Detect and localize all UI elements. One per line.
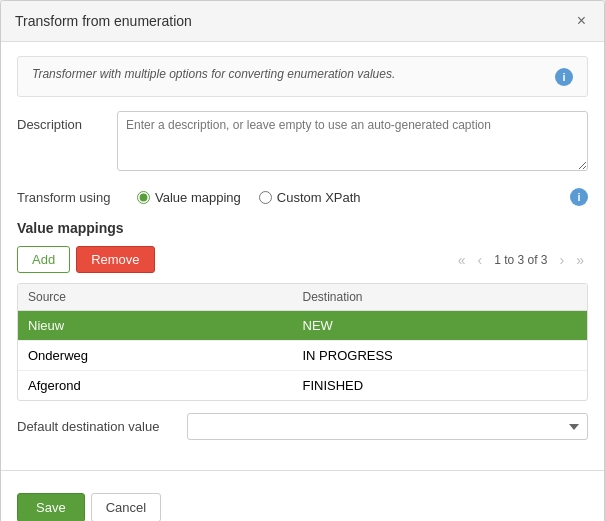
transform-using-label: Transform using — [17, 190, 117, 205]
dialog-footer: Save Cancel — [1, 483, 604, 521]
transform-info-icon: i — [570, 188, 588, 206]
info-box: Transformer with multiple options for co… — [17, 56, 588, 97]
transform-using-row: Transform using Value mapping Custom XPa… — [17, 188, 588, 206]
cancel-button[interactable]: Cancel — [91, 493, 161, 521]
cell-destination: NEW — [303, 318, 578, 333]
transform-dialog: Transform from enumeration × Transformer… — [0, 0, 605, 521]
radio-value-mapping[interactable]: Value mapping — [137, 190, 241, 205]
info-icon: i — [555, 68, 573, 86]
radio-value-mapping-input[interactable] — [137, 191, 150, 204]
default-destination-select[interactable] — [187, 413, 588, 440]
dialog-header: Transform from enumeration × — [1, 1, 604, 42]
cell-source: Afgerond — [28, 378, 303, 393]
next-page-button[interactable]: › — [556, 251, 569, 269]
default-destination-label: Default destination value — [17, 419, 177, 434]
radio-value-mapping-label: Value mapping — [155, 190, 241, 205]
cell-source: Nieuw — [28, 318, 303, 333]
dialog-body: Transformer with multiple options for co… — [1, 42, 604, 470]
first-page-button[interactable]: « — [454, 251, 470, 269]
table-body: Nieuw NEW Onderweg IN PROGRESS Afgerond … — [18, 311, 587, 400]
close-button[interactable]: × — [573, 11, 590, 31]
header-destination: Destination — [303, 290, 578, 304]
add-button[interactable]: Add — [17, 246, 70, 273]
cell-source: Onderweg — [28, 348, 303, 363]
description-label: Description — [17, 111, 117, 132]
description-textarea[interactable] — [117, 111, 588, 171]
radio-custom-xpath[interactable]: Custom XPath — [259, 190, 361, 205]
table-row[interactable]: Nieuw NEW — [18, 311, 587, 341]
cell-destination: FINISHED — [303, 378, 578, 393]
page-info: 1 to 3 of 3 — [490, 253, 551, 267]
default-destination-row: Default destination value — [17, 413, 588, 440]
info-box-text: Transformer with multiple options for co… — [32, 67, 547, 81]
prev-page-button[interactable]: ‹ — [473, 251, 486, 269]
mappings-table: Source Destination Nieuw NEW Onderweg IN… — [17, 283, 588, 401]
table-row[interactable]: Onderweg IN PROGRESS — [18, 341, 587, 371]
radio-custom-xpath-label: Custom XPath — [277, 190, 361, 205]
value-mappings-section: Value mappings Add Remove « ‹ 1 to 3 of … — [17, 220, 588, 440]
description-row: Description — [17, 111, 588, 174]
cell-destination: IN PROGRESS — [303, 348, 578, 363]
footer-divider — [1, 470, 604, 471]
section-title: Value mappings — [17, 220, 588, 236]
last-page-button[interactable]: » — [572, 251, 588, 269]
pagination: « ‹ 1 to 3 of 3 › » — [454, 251, 588, 269]
header-source: Source — [28, 290, 303, 304]
radio-custom-xpath-input[interactable] — [259, 191, 272, 204]
mappings-toolbar: Add Remove « ‹ 1 to 3 of 3 › » — [17, 246, 588, 273]
save-button[interactable]: Save — [17, 493, 85, 521]
description-field — [117, 111, 588, 174]
dialog-title: Transform from enumeration — [15, 13, 192, 29]
table-row[interactable]: Afgerond FINISHED — [18, 371, 587, 400]
transform-radio-group: Value mapping Custom XPath — [137, 190, 550, 205]
remove-button[interactable]: Remove — [76, 246, 154, 273]
table-header: Source Destination — [18, 284, 587, 311]
